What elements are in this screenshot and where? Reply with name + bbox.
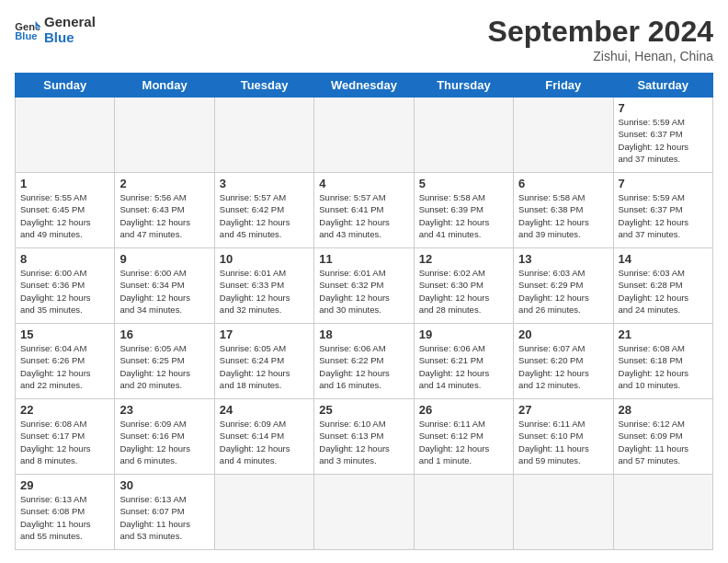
day-cell-26: 26 Sunrise: 6:11 AMSunset: 6:12 PMDaylig…	[414, 399, 513, 475]
location-subtitle: Zishui, Henan, China	[488, 49, 713, 63]
cell-info: Sunrise: 6:00 AMSunset: 6:34 PMDaylight:…	[119, 267, 209, 316]
cell-info: Sunrise: 6:01 AMSunset: 6:33 PMDaylight:…	[220, 267, 309, 316]
day-cell-22: 22 Sunrise: 6:08 AMSunset: 6:17 PMDaylig…	[16, 399, 115, 475]
day-number: 24	[220, 403, 309, 417]
day-cell-16: 16 Sunrise: 6:05 AMSunset: 6:25 PMDaylig…	[115, 324, 214, 399]
day-cell-12: 12 Sunrise: 6:02 AMSunset: 6:30 PMDaylig…	[414, 248, 513, 324]
cell-info: Sunrise: 6:03 AMSunset: 6:29 PMDaylight:…	[518, 267, 608, 316]
table-row: 7 Sunrise: 5:59 AMSunset: 6:37 PMDayligh…	[16, 98, 713, 173]
cell-info: Sunrise: 6:00 AMSunset: 6:36 PMDaylight:…	[20, 267, 109, 316]
empty-cell	[16, 98, 115, 173]
day-cell-18: 18 Sunrise: 6:06 AMSunset: 6:22 PMDaylig…	[314, 324, 414, 399]
day-number: 4	[319, 177, 408, 190]
col-sunday: Sunday	[16, 74, 115, 98]
day-number: 20	[518, 327, 608, 341]
cell-info: Sunrise: 6:09 AMSunset: 6:14 PMDaylight:…	[220, 418, 309, 466]
cell-info: Sunrise: 6:13 AMSunset: 6:08 PMDaylight:…	[20, 493, 109, 542]
empty-cell	[314, 98, 414, 173]
cell-info: Sunrise: 6:11 AMSunset: 6:10 PMDaylight:…	[518, 418, 608, 466]
table-row: 22 Sunrise: 6:08 AMSunset: 6:17 PMDaylig…	[16, 399, 713, 475]
day-number: 26	[419, 403, 508, 417]
day-cell-28: 28 Sunrise: 6:12 AMSunset: 6:09 PMDaylig…	[613, 399, 712, 475]
calendar-container: General Blue General Blue September 2024…	[0, 0, 728, 557]
logo: General Blue General Blue	[15, 15, 96, 45]
cell-info: Sunrise: 6:02 AMSunset: 6:30 PMDaylight:…	[419, 267, 508, 316]
day-cell-27: 27 Sunrise: 6:11 AMSunset: 6:10 PMDaylig…	[514, 399, 613, 475]
day-number: 10	[220, 252, 309, 266]
day-cell-4: 4 Sunrise: 5:57 AMSunset: 6:41 PMDayligh…	[314, 173, 414, 248]
logo-text-line1: General	[44, 15, 96, 30]
day-cell-11: 11 Sunrise: 6:01 AMSunset: 6:32 PMDaylig…	[314, 248, 414, 324]
day-cell-23: 23 Sunrise: 6:09 AMSunset: 6:16 PMDaylig…	[115, 399, 214, 475]
cell-info: Sunrise: 5:59 AMSunset: 6:37 PMDaylight:…	[619, 116, 708, 165]
day-number: 21	[619, 327, 708, 341]
day-number: 1	[20, 177, 109, 190]
day-number: 2	[119, 177, 209, 190]
day-cell-6: 6 Sunrise: 5:58 AMSunset: 6:38 PMDayligh…	[514, 173, 613, 248]
cell-info: Sunrise: 6:13 AMSunset: 6:07 PMDaylight:…	[119, 493, 209, 542]
empty-cell	[613, 475, 712, 550]
day-cell-7b: 7 Sunrise: 5:59 AMSunset: 6:37 PMDayligh…	[613, 173, 712, 248]
cell-info: Sunrise: 5:57 AMSunset: 6:41 PMDaylight:…	[319, 191, 408, 240]
day-number: 7	[619, 177, 708, 190]
day-number: 9	[119, 252, 209, 266]
empty-cell	[514, 98, 613, 173]
day-number: 14	[619, 252, 708, 266]
logo-icon: General Blue	[15, 19, 40, 41]
empty-cell	[314, 475, 414, 550]
day-cell-17: 17 Sunrise: 6:05 AMSunset: 6:24 PMDaylig…	[214, 324, 313, 399]
col-saturday: Saturday	[613, 74, 712, 98]
day-cell-30: 30 Sunrise: 6:13 AMSunset: 6:07 PMDaylig…	[115, 475, 214, 550]
day-number: 25	[319, 403, 408, 417]
day-number: 5	[419, 177, 508, 190]
col-tuesday: Tuesday	[214, 74, 313, 98]
month-title: September 2024	[488, 15, 713, 49]
table-row: 15 Sunrise: 6:04 AMSunset: 6:26 PMDaylig…	[16, 324, 713, 399]
day-cell-9: 9 Sunrise: 6:00 AMSunset: 6:34 PMDayligh…	[115, 248, 214, 324]
col-friday: Friday	[514, 74, 613, 98]
cell-info: Sunrise: 6:10 AMSunset: 6:13 PMDaylight:…	[319, 418, 408, 466]
day-number: 29	[20, 478, 109, 492]
empty-cell	[414, 475, 513, 550]
day-cell-29: 29 Sunrise: 6:13 AMSunset: 6:08 PMDaylig…	[16, 475, 115, 550]
empty-cell	[214, 98, 313, 173]
cell-info: Sunrise: 6:04 AMSunset: 6:26 PMDaylight:…	[20, 342, 109, 391]
svg-text:Blue: Blue	[15, 30, 37, 41]
day-number: 22	[20, 403, 109, 417]
day-cell-3: 3 Sunrise: 5:57 AMSunset: 6:42 PMDayligh…	[214, 173, 313, 248]
title-block: September 2024 Zishui, Henan, China	[488, 15, 713, 63]
cell-info: Sunrise: 6:12 AMSunset: 6:09 PMDaylight:…	[619, 418, 708, 466]
day-number: 7	[619, 101, 708, 115]
day-number: 16	[119, 327, 209, 341]
cell-info: Sunrise: 6:08 AMSunset: 6:18 PMDaylight:…	[619, 342, 708, 391]
cell-info: Sunrise: 6:09 AMSunset: 6:16 PMDaylight:…	[119, 418, 209, 466]
logo-text-line2: Blue	[44, 30, 96, 46]
day-cell-1: 1 Sunrise: 5:55 AMSunset: 6:45 PMDayligh…	[16, 173, 115, 248]
col-monday: Monday	[115, 74, 214, 98]
day-number: 3	[220, 177, 309, 190]
day-cell-7: 7 Sunrise: 5:59 AMSunset: 6:37 PMDayligh…	[613, 98, 712, 173]
cell-info: Sunrise: 5:58 AMSunset: 6:38 PMDaylight:…	[518, 191, 608, 240]
cell-info: Sunrise: 6:06 AMSunset: 6:21 PMDaylight:…	[419, 342, 508, 391]
cell-info: Sunrise: 5:57 AMSunset: 6:42 PMDaylight:…	[220, 191, 309, 240]
day-cell-21: 21 Sunrise: 6:08 AMSunset: 6:18 PMDaylig…	[613, 324, 712, 399]
cell-info: Sunrise: 6:01 AMSunset: 6:32 PMDaylight:…	[319, 267, 408, 316]
day-number: 23	[119, 403, 209, 417]
table-row: 8 Sunrise: 6:00 AMSunset: 6:36 PMDayligh…	[16, 248, 713, 324]
col-thursday: Thursday	[414, 74, 513, 98]
empty-cell	[414, 98, 513, 173]
day-cell-19: 19 Sunrise: 6:06 AMSunset: 6:21 PMDaylig…	[414, 324, 513, 399]
col-wednesday: Wednesday	[314, 74, 414, 98]
day-cell-8: 8 Sunrise: 6:00 AMSunset: 6:36 PMDayligh…	[16, 248, 115, 324]
day-cell-14: 14 Sunrise: 6:03 AMSunset: 6:28 PMDaylig…	[613, 248, 712, 324]
cell-info: Sunrise: 6:06 AMSunset: 6:22 PMDaylight:…	[319, 342, 408, 391]
table-row: 29 Sunrise: 6:13 AMSunset: 6:08 PMDaylig…	[16, 475, 713, 550]
day-number: 19	[419, 327, 508, 341]
page-header: General Blue General Blue September 2024…	[15, 15, 713, 63]
cell-info: Sunrise: 6:11 AMSunset: 6:12 PMDaylight:…	[419, 418, 508, 466]
cell-info: Sunrise: 6:08 AMSunset: 6:17 PMDaylight:…	[20, 418, 109, 466]
day-cell-24: 24 Sunrise: 6:09 AMSunset: 6:14 PMDaylig…	[214, 399, 313, 475]
cell-info: Sunrise: 5:56 AMSunset: 6:43 PMDaylight:…	[119, 191, 209, 240]
day-cell-5: 5 Sunrise: 5:58 AMSunset: 6:39 PMDayligh…	[414, 173, 513, 248]
day-number: 11	[319, 252, 408, 266]
